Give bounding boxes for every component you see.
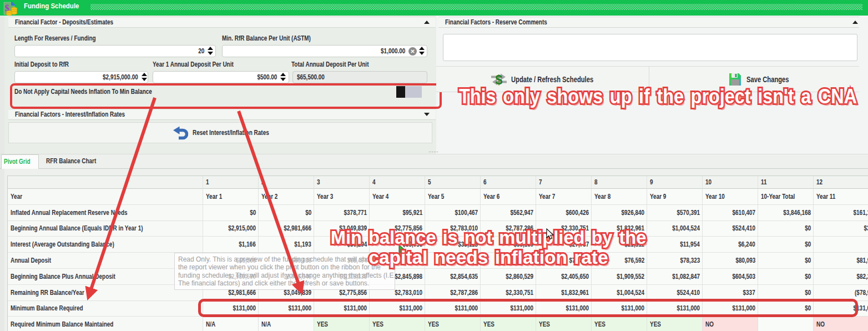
svg-text:$: $ — [496, 73, 503, 86]
